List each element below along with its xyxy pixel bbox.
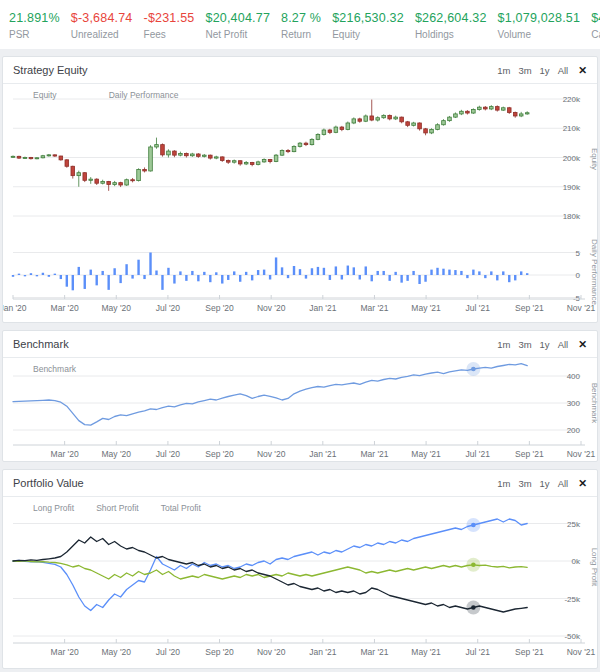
svg-text:Jul '21: Jul '21 — [466, 449, 491, 459]
range-1y[interactable]: 1y — [540, 339, 550, 350]
stat-equity: $216,530.32Equity — [332, 11, 404, 40]
svg-text:200: 200 — [567, 426, 581, 435]
stat-label: Return — [281, 29, 321, 40]
stat-label: PSR — [9, 29, 60, 40]
svg-text:Equity: Equity — [590, 148, 599, 170]
svg-text:Jul '21: Jul '21 — [466, 303, 491, 313]
panel-header: Portfolio Value 1m3m1yAll✕ — [3, 470, 597, 497]
svg-text:-50k: -50k — [564, 632, 581, 641]
legend-item-daily-performance[interactable]: Daily Performance — [109, 90, 179, 100]
range-1y[interactable]: 1y — [540, 478, 550, 489]
svg-text:Jan '21: Jan '21 — [309, 647, 336, 657]
range-1m[interactable]: 1m — [497, 65, 510, 76]
stat-label: Fees — [144, 29, 195, 40]
svg-text:Mar '20: Mar '20 — [51, 647, 79, 657]
svg-text:May '20: May '20 — [102, 303, 132, 313]
stat-label: Holdings — [415, 29, 487, 40]
stats-bar: 21.891%PSR$-3,684.74Unrealized-$231.55Fe… — [0, 0, 600, 49]
svg-text:Benchmark: Benchmark — [590, 383, 599, 424]
svg-text:0k: 0k — [572, 557, 581, 566]
svg-text:May '21: May '21 — [411, 647, 441, 657]
stat-label: Unrealized — [71, 29, 133, 40]
range-all[interactable]: All — [558, 339, 569, 350]
svg-text:Jan '20: Jan '20 — [3, 303, 27, 313]
svg-text:0: 0 — [576, 271, 581, 280]
panel-benchmark: Benchmark 1m3m1yAll✕ Benchmark 400300200… — [2, 330, 598, 462]
stat-label: Volume — [498, 29, 581, 40]
legend-item-long-profit[interactable]: Long Profit — [33, 503, 74, 513]
svg-text:-25k: -25k — [564, 595, 581, 604]
close-icon[interactable]: ✕ — [578, 477, 587, 489]
svg-text:Jul '20: Jul '20 — [156, 449, 181, 459]
chart-legend: Long ProfitShort ProfitTotal Profit — [33, 503, 223, 513]
panel-title: Strategy Equity — [13, 64, 88, 76]
svg-text:May '20: May '20 — [102, 449, 132, 459]
panel-body: Long ProfitShort ProfitTotal Profit 25k0… — [3, 497, 597, 668]
panel-body: EquityDaily Performance 220k210k200k190k… — [3, 84, 597, 322]
svg-text:Sep '20: Sep '20 — [205, 449, 234, 459]
svg-text:Jul '20: Jul '20 — [156, 647, 181, 657]
svg-text:Sep '20: Sep '20 — [205, 647, 234, 657]
svg-text:Mar '20: Mar '20 — [51, 449, 79, 459]
svg-text:Sep '21: Sep '21 — [515, 449, 544, 459]
range-1m[interactable]: 1m — [497, 339, 510, 350]
stat-volume: $1,079,028.51Volume — [498, 11, 581, 40]
svg-text:Mar '21: Mar '21 — [360, 303, 388, 313]
svg-text:Nov '21: Nov '21 — [567, 449, 596, 459]
range-buttons: 1m3m1yAll✕ — [489, 64, 587, 76]
svg-text:Jul '20: Jul '20 — [156, 303, 181, 313]
svg-text:210k: 210k — [563, 124, 581, 133]
range-3m[interactable]: 3m — [518, 478, 531, 489]
stat-value: $20,404.77 — [205, 11, 270, 25]
panel-body: Benchmark 400300200Mar '20May '20Jul '20… — [3, 358, 597, 461]
portfolio-value-chart[interactable]: 25k0k-25k-50kMar '20May '20Jul '20Sep '2… — [3, 497, 599, 668]
svg-text:Sep '20: Sep '20 — [205, 303, 234, 313]
svg-text:Nov '20: Nov '20 — [257, 449, 286, 459]
stat-net-profit: $20,404.77Net Profit — [205, 11, 270, 40]
range-3m[interactable]: 3m — [518, 65, 531, 76]
svg-text:Nov '20: Nov '20 — [257, 647, 286, 657]
stat-value: $216,530.32 — [332, 11, 404, 25]
svg-text:Daily Performance: Daily Performance — [590, 239, 599, 305]
stat-fees: -$231.55Fees — [144, 11, 195, 40]
panel-portfolio-value: Portfolio Value 1m3m1yAll✕ Long ProfitSh… — [2, 469, 598, 669]
chart-legend: EquityDaily Performance — [33, 90, 231, 100]
strategy-equity-chart[interactable]: 220k210k200k190k180k50-5Jan '20Mar '20Ma… — [3, 84, 599, 322]
stat-label: Cap — [591, 29, 600, 40]
svg-text:Jul '21: Jul '21 — [466, 647, 491, 657]
svg-text:220k: 220k — [563, 95, 581, 104]
stat-label: Equity — [332, 29, 404, 40]
range-3m[interactable]: 3m — [518, 339, 531, 350]
range-all[interactable]: All — [558, 65, 569, 76]
panel-header: Benchmark 1m3m1yAll✕ — [3, 331, 597, 358]
stat-return: 8.27 %Return — [281, 11, 321, 40]
svg-text:Sep '21: Sep '21 — [515, 303, 544, 313]
range-1m[interactable]: 1m — [497, 478, 510, 489]
legend-item-benchmark[interactable]: Benchmark — [33, 364, 76, 374]
stat-holdings: $262,604.32Holdings — [415, 11, 487, 40]
range-buttons: 1m3m1yAll✕ — [489, 338, 587, 350]
svg-text:Nov '20: Nov '20 — [257, 303, 286, 313]
legend-item-total-profit[interactable]: Total Profit — [161, 503, 201, 513]
svg-text:Jan '21: Jan '21 — [309, 303, 336, 313]
svg-text:Mar '20: Mar '20 — [51, 303, 79, 313]
svg-text:Mar '21: Mar '21 — [360, 647, 388, 657]
legend-item-short-profit[interactable]: Short Profit — [96, 503, 139, 513]
range-all[interactable]: All — [558, 478, 569, 489]
panel-strategy-equity: Strategy Equity 1m3m1yAll✕ EquityDaily P… — [2, 56, 598, 323]
stat-value: -$231.55 — [144, 11, 195, 25]
close-icon[interactable]: ✕ — [578, 338, 587, 350]
stat-label: Net Profit — [205, 29, 270, 40]
panel-header: Strategy Equity 1m3m1yAll✕ — [3, 57, 597, 84]
stat-psr: 21.891%PSR — [9, 11, 60, 40]
range-1y[interactable]: 1y — [540, 65, 550, 76]
panel-title: Benchmark — [13, 338, 69, 350]
stat-value: $4 — [591, 11, 600, 25]
svg-text:190k: 190k — [563, 183, 581, 192]
legend-item-equity[interactable]: Equity — [33, 90, 57, 100]
chart-legend: Benchmark — [33, 364, 98, 374]
close-icon[interactable]: ✕ — [578, 64, 587, 76]
stat-value: 8.27 % — [281, 11, 321, 25]
svg-text:Nov '21: Nov '21 — [567, 647, 596, 657]
svg-text:400: 400 — [567, 372, 581, 381]
